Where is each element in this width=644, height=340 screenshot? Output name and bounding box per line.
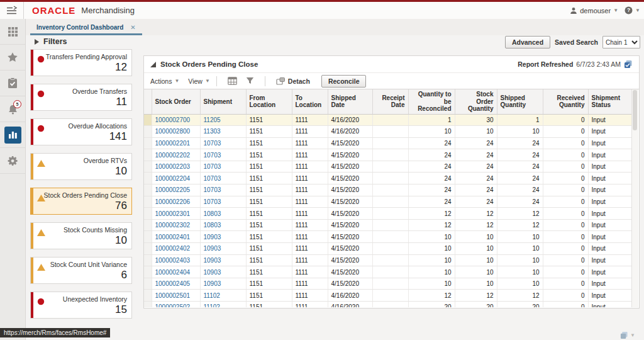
table-scrollbar[interactable] bbox=[631, 89, 638, 307]
sidebar-item-favorites[interactable] bbox=[0, 45, 25, 71]
row-selection-gutter[interactable] bbox=[144, 208, 152, 220]
stock-order-link[interactable]: 1000002403 bbox=[155, 257, 191, 264]
shipment-link[interactable]: 10903 bbox=[204, 257, 221, 264]
help-caret-icon[interactable]: ▼ bbox=[635, 8, 640, 13]
shipment-link[interactable]: 10703 bbox=[204, 140, 221, 147]
shipment-link[interactable]: 11303 bbox=[204, 128, 221, 135]
row-selection-gutter[interactable] bbox=[144, 219, 152, 231]
stock-order-link[interactable]: 1000002502 bbox=[155, 303, 191, 307]
row-selection-gutter[interactable] bbox=[144, 254, 152, 266]
shipment-link[interactable]: 10703 bbox=[204, 152, 221, 159]
saved-search-select[interactable]: Chain 1 bbox=[602, 36, 640, 48]
table-row[interactable]: 100000220510703115111114/15/20202424240I… bbox=[144, 184, 633, 196]
detach-button[interactable]: Detach bbox=[276, 77, 310, 85]
dashboard-tile-overdue-transfers[interactable]: Overdue Transfers11 bbox=[30, 84, 132, 111]
shipment-link[interactable]: 10703 bbox=[204, 163, 221, 170]
tab-inventory-control-dashboard[interactable]: Inventory Control Dashboard ✕ bbox=[30, 19, 142, 35]
stock-order-link[interactable]: 1000002405 bbox=[155, 280, 191, 287]
stock-order-link[interactable]: 1000002202 bbox=[155, 152, 191, 159]
shipment-link[interactable]: 10803 bbox=[204, 210, 221, 217]
table-row[interactable]: 100000280011303115111114/16/20201010100I… bbox=[144, 126, 633, 138]
footer-refresh-widget[interactable]: ▼ bbox=[620, 331, 635, 339]
table-row[interactable]: 100000240210903115111114/15/20201010100I… bbox=[144, 243, 633, 255]
row-selection-gutter[interactable] bbox=[144, 290, 152, 302]
table-row[interactable]: 100000220310703115111114/15/20202424240I… bbox=[144, 161, 633, 173]
column-header-from-location[interactable]: From Location bbox=[246, 89, 292, 114]
shipment-link[interactable]: 10903 bbox=[204, 280, 221, 287]
stock-order-link[interactable]: 1000002203 bbox=[155, 163, 191, 170]
sidebar-toggle-button[interactable] bbox=[0, 2, 24, 19]
actions-menu[interactable]: Actions ▼ bbox=[150, 77, 179, 85]
shipment-link[interactable]: 10703 bbox=[204, 175, 221, 182]
panel-title-group[interactable]: Stock Orders Pending Close bbox=[144, 60, 258, 68]
sidebar-item-notifications[interactable]: 5 bbox=[0, 96, 25, 122]
column-header-receipt-date[interactable]: Receipt Date bbox=[372, 89, 408, 114]
row-selection-gutter[interactable] bbox=[144, 266, 152, 278]
filter-button[interactable] bbox=[246, 77, 254, 85]
shipment-link[interactable]: 11205 bbox=[204, 116, 221, 123]
dashboard-tile-overdue-allocations[interactable]: Overdue Allocations141 bbox=[30, 118, 132, 145]
dashboard-tile-stock-orders-pending-close[interactable]: Stock Orders Pending Close76 bbox=[30, 188, 132, 215]
stock-order-link[interactable]: 1000002302 bbox=[155, 222, 191, 229]
row-selection-gutter[interactable] bbox=[144, 243, 152, 255]
refresh-report-icon[interactable] bbox=[624, 60, 633, 69]
row-selection-gutter[interactable] bbox=[144, 278, 152, 290]
shipment-link[interactable]: 10803 bbox=[204, 222, 221, 229]
shipment-link[interactable]: 10903 bbox=[204, 245, 221, 252]
stock-order-link[interactable]: 1000002800 bbox=[155, 128, 191, 135]
dashboard-tile-overdue-rtvs[interactable]: Overdue RTVs10 bbox=[30, 153, 132, 180]
row-selection-gutter[interactable] bbox=[144, 114, 152, 126]
table-row[interactable]: 100000240510903115111114/15/20201010100I… bbox=[144, 278, 633, 290]
row-selection-gutter[interactable] bbox=[144, 196, 152, 208]
shipment-link[interactable]: 10703 bbox=[204, 186, 221, 193]
column-header-stock-order-quantity[interactable]: Stock Order Quantity bbox=[455, 89, 497, 114]
sidebar-item-settings[interactable] bbox=[0, 148, 25, 174]
table-row[interactable]: 100000240310903115111114/15/20201010100I… bbox=[144, 254, 633, 266]
column-header-to-location[interactable]: To Location bbox=[292, 89, 328, 114]
advanced-button[interactable]: Advanced bbox=[505, 36, 550, 48]
row-selection-gutter[interactable] bbox=[144, 126, 152, 138]
dashboard-tile-transfers-pending-approval[interactable]: Transfers Pending Approval12 bbox=[30, 49, 132, 76]
shipment-link[interactable]: 11102 bbox=[204, 303, 220, 307]
export-button[interactable] bbox=[228, 77, 237, 85]
stock-order-link[interactable]: 1000002501 bbox=[155, 292, 191, 299]
table-row[interactable]: 100000240410903115111114/15/20201010100I… bbox=[144, 266, 633, 278]
column-header-shipped-quantity[interactable]: Shipped Quantity bbox=[497, 89, 543, 114]
filters-section-toggle[interactable]: Filters bbox=[35, 37, 67, 46]
shipment-link[interactable]: 11102 bbox=[204, 292, 220, 299]
stock-order-link[interactable]: 1000002201 bbox=[155, 140, 191, 147]
dashboard-tile-stock-counts-missing[interactable]: Stock Counts Missing10 bbox=[30, 222, 132, 249]
table-row[interactable]: 100000220410703115111114/15/20202424240I… bbox=[144, 173, 633, 184]
shipment-link[interactable]: 10903 bbox=[204, 234, 221, 241]
column-header-received-quantity[interactable]: Received Quantity bbox=[543, 89, 588, 114]
column-header-shipped-date[interactable]: Shipped Date bbox=[328, 89, 372, 114]
table-scrollbar-thumb[interactable] bbox=[633, 90, 637, 130]
tab-close-icon[interactable]: ✕ bbox=[130, 24, 135, 31]
sidebar-item-reports[interactable] bbox=[0, 122, 25, 148]
table-row[interactable]: 100000240110903115111114/15/20201010100I… bbox=[144, 231, 633, 243]
shipment-link[interactable]: 10703 bbox=[204, 198, 221, 205]
row-selection-gutter[interactable] bbox=[144, 149, 152, 161]
table-row[interactable]: 100000250211102115111114/16/20202020200I… bbox=[144, 302, 633, 308]
table-row[interactable]: 100000230210803115111114/15/20201212120I… bbox=[144, 219, 633, 231]
dashboard-tile-unexpected-inventory[interactable]: Unexpected Inventory15 bbox=[30, 292, 132, 319]
stock-order-link[interactable]: 1000002204 bbox=[155, 175, 191, 182]
stock-order-link[interactable]: 1000002404 bbox=[155, 269, 191, 276]
username-menu[interactable]: demouser bbox=[580, 7, 611, 14]
row-selection-gutter[interactable] bbox=[144, 161, 152, 173]
stock-order-link[interactable]: 1000002301 bbox=[155, 210, 191, 217]
column-header-shipment-status[interactable]: Shipment Status bbox=[588, 89, 633, 114]
table-row[interactable]: 100000270011205115111114/16/202013010Inp… bbox=[144, 114, 633, 126]
table-row[interactable]: 100000220210703115111114/15/20202424240I… bbox=[144, 149, 633, 161]
row-selection-gutter[interactable] bbox=[144, 184, 152, 196]
stock-order-link[interactable]: 1000002205 bbox=[155, 186, 191, 193]
dashboard-tile-stock-count-unit-variance[interactable]: Stock Count Unit Variance6 bbox=[30, 257, 132, 284]
stock-order-link[interactable]: 1000002206 bbox=[155, 198, 191, 205]
stock-order-link[interactable]: 1000002401 bbox=[155, 234, 191, 241]
column-header-quantity-to-be-reconciled[interactable]: Quantity to be Reconciled bbox=[408, 89, 455, 114]
row-selection-gutter[interactable] bbox=[144, 231, 152, 243]
sidebar-item-tasks[interactable] bbox=[0, 71, 25, 96]
user-caret-icon[interactable]: ▼ bbox=[613, 8, 618, 13]
table-row[interactable]: 100000220610703115111114/15/20202424240I… bbox=[144, 196, 633, 208]
row-selection-gutter[interactable] bbox=[144, 173, 152, 184]
